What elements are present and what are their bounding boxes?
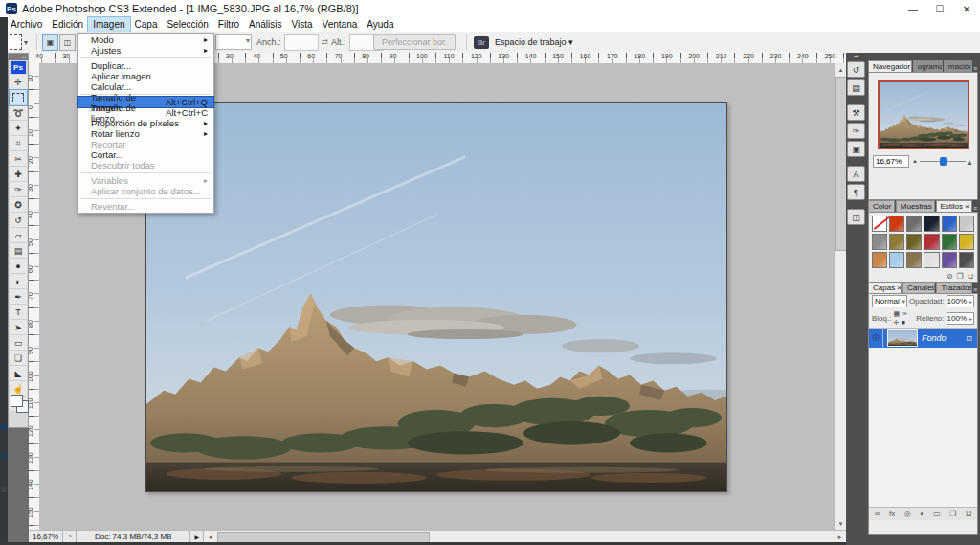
slider-thumb[interactable]: [940, 157, 947, 166]
dock-collapse-button[interactable]: ◂◂: [846, 53, 866, 59]
blur-tool[interactable]: ●: [10, 259, 27, 274]
minimize-button[interactable]: —: [900, 0, 926, 17]
style-swatch[interactable]: [906, 234, 922, 250]
lock-pixels-icon[interactable]: ✑: [902, 310, 907, 317]
new-style-icon[interactable]: ❐: [957, 272, 964, 281]
menu-item-aplicar-imagen[interactable]: Aplicar imagen...: [78, 71, 213, 81]
eraser-tool[interactable]: ▱: [10, 228, 27, 243]
slice-tool[interactable]: ✂: [10, 151, 27, 167]
menubar-item-edición[interactable]: Edición: [47, 17, 88, 32]
clone-stamp-tool[interactable]: ✪: [10, 197, 27, 213]
document-image[interactable]: [145, 102, 727, 492]
crop-tool[interactable]: ⌗: [10, 136, 27, 151]
width-input[interactable]: [284, 34, 319, 51]
dodge-tool[interactable]: ◐: [10, 274, 27, 289]
bridge-icon[interactable]: Br: [474, 36, 489, 49]
add-selection-button[interactable]: ◫: [59, 34, 76, 51]
vertical-scrollbar[interactable]: ▴ ▾: [834, 63, 847, 530]
layer-row-fondo[interactable]: ☉ Fondo ⊡: [869, 329, 977, 348]
style-swatch[interactable]: [959, 216, 974, 232]
panel-menu-icon[interactable]: ≡: [973, 65, 978, 72]
style-swatch[interactable]: [942, 216, 957, 232]
lock-transparency-icon[interactable]: ▦: [893, 310, 900, 317]
style-swatch[interactable]: [942, 252, 957, 268]
brush-tool[interactable]: ✑: [10, 182, 27, 197]
menubar-item-ayuda[interactable]: Ayuda: [362, 17, 398, 32]
delete-layer-icon[interactable]: ⊔: [966, 510, 971, 518]
menubar-item-imagen[interactable]: Imagen: [88, 17, 129, 32]
style-swatch[interactable]: [924, 234, 939, 250]
visibility-eye-icon[interactable]: ☉: [869, 329, 883, 348]
style-swatch[interactable]: [872, 234, 887, 250]
foreground-color-chip[interactable]: [11, 395, 23, 407]
shape-tool[interactable]: ▭: [10, 335, 27, 351]
style-swatch[interactable]: [906, 216, 922, 232]
maximize-button[interactable]: ☐: [926, 0, 953, 17]
paragraph-panel-icon[interactable]: ¶: [847, 184, 865, 200]
panel-menu-icon[interactable]: ≡: [973, 286, 978, 293]
menu-item-proporci-n-de-píxeles[interactable]: Proporción de píxeles▸: [78, 118, 213, 128]
new-layer-icon[interactable]: ❐: [949, 510, 956, 518]
blend-mode-select[interactable]: Normal: [872, 295, 907, 307]
tab-capas[interactable]: Capas ×: [868, 282, 902, 293]
swap-dimensions-icon[interactable]: ⇄: [322, 37, 329, 47]
menubar-item-vista[interactable]: Vista: [287, 17, 318, 32]
rectangular-marquee-tool[interactable]: [10, 90, 27, 105]
layer-mask-icon[interactable]: ◎: [904, 510, 911, 518]
tab-color[interactable]: Color: [868, 200, 895, 212]
tab-ograma[interactable]: ograma: [913, 60, 943, 72]
horizontal-scrollbar[interactable]: ◂ ▸: [204, 530, 846, 543]
navigator-zoom-slider[interactable]: ▲ ▲: [912, 156, 973, 167]
navigator-zoom-field[interactable]: 16,67%: [873, 155, 909, 168]
lock-all-icon[interactable]: ■: [902, 319, 905, 326]
new-selection-button[interactable]: ▣: [42, 34, 58, 51]
menu-item-tamaño-de-lienzo[interactable]: Tamaño de lienzo...Alt+Ctrl+C: [78, 107, 213, 118]
style-swatch[interactable]: [924, 252, 939, 268]
menubar-item-análisis[interactable]: Análisis: [244, 17, 286, 32]
panel-menu-icon[interactable]: ≡: [973, 205, 978, 212]
adjustment-layer-icon[interactable]: ◐: [920, 510, 924, 518]
style-swatch[interactable]: [959, 252, 974, 268]
style-swatch[interactable]: [889, 252, 904, 268]
layer-style-icon[interactable]: fx: [889, 510, 895, 518]
style-swatch[interactable]: [889, 234, 904, 250]
delete-style-icon[interactable]: ⊔: [968, 272, 973, 281]
link-layers-icon[interactable]: ∞: [875, 510, 880, 518]
lock-position-icon[interactable]: ✛: [893, 319, 899, 326]
brushes-panel-icon[interactable]: ✑: [847, 123, 865, 139]
tool-presets-panel-icon[interactable]: ⚒: [847, 104, 865, 121]
lasso-tool[interactable]: ➰: [10, 105, 27, 121]
menubar-item-capa[interactable]: Capa: [130, 17, 163, 32]
quick-selection-tool[interactable]: ✦: [10, 121, 27, 136]
opacity-value[interactable]: 100%: [947, 295, 974, 307]
color-chips[interactable]: [11, 395, 28, 412]
style-none[interactable]: [872, 216, 887, 232]
menu-item-cortar[interactable]: Cortar...: [78, 149, 213, 160]
layer-group-icon[interactable]: ▭: [933, 510, 941, 518]
fill-value[interactable]: 100%: [947, 312, 974, 325]
menu-item-modo[interactable]: Modo▸: [78, 34, 213, 45]
character-panel-icon[interactable]: A: [847, 166, 865, 182]
history-brush-tool[interactable]: ↺: [10, 213, 27, 228]
menu-item-ajustes[interactable]: Ajustes▸: [78, 45, 213, 56]
style-swatch[interactable]: [872, 252, 887, 268]
menu-item-calcular[interactable]: Calcular...: [78, 81, 213, 92]
tab-mación[interactable]: mación: [944, 60, 972, 72]
toolbox-collapse-button[interactable]: ◂◂: [9, 54, 28, 60]
tab-estilos[interactable]: Estilos ×: [936, 200, 972, 212]
notes-tool[interactable]: ❏: [10, 351, 27, 366]
clone-source-panel-icon[interactable]: ▣: [847, 141, 865, 157]
style-swatch[interactable]: [959, 234, 974, 250]
menu-item-duplicar[interactable]: Duplicar...: [78, 60, 213, 71]
clear-style-icon[interactable]: ⊘: [947, 272, 953, 281]
workspace-button[interactable]: Espacio de trabajo ▾: [495, 37, 573, 47]
menubar-item-archivo[interactable]: Archivo: [6, 17, 47, 32]
menubar-item-filtro[interactable]: Filtro: [213, 17, 244, 32]
style-swatch[interactable]: [924, 216, 939, 232]
layer-comps-panel-icon[interactable]: ▤: [847, 79, 865, 96]
tab-trazados[interactable]: Trazados: [936, 282, 972, 293]
tab-muestras[interactable]: Muestras: [896, 200, 935, 212]
style-swatch[interactable]: [942, 234, 957, 250]
info-panel-icon[interactable]: ◫: [847, 209, 865, 225]
menubar-item-ventana[interactable]: Ventana: [318, 17, 363, 32]
